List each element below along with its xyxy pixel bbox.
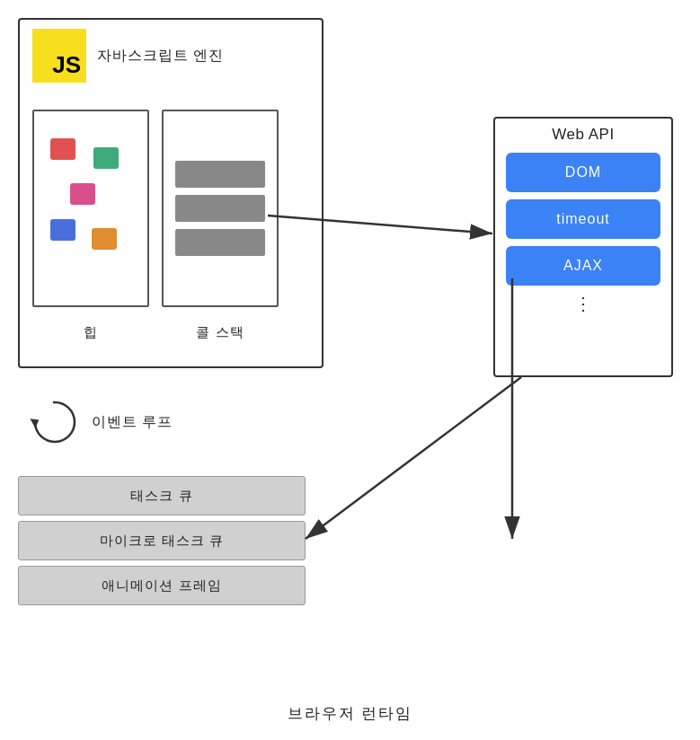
heap-box	[32, 110, 149, 307]
heap-label: 힙	[84, 324, 98, 341]
web-api-title: Web API	[495, 119, 671, 153]
bottom-label: 브라우저 런타임	[288, 703, 413, 724]
heap-square-blue	[50, 219, 75, 241]
svg-line-4	[306, 377, 521, 539]
api-item-dom: DOM	[506, 153, 660, 192]
api-item-timeout: timeout	[506, 199, 660, 239]
event-loop-area: 이벤트 루프	[27, 395, 173, 449]
heap-square-pink	[70, 183, 95, 205]
heap-square-red	[50, 138, 75, 160]
web-api-box: Web API DOM timeout AJAX ⋮	[493, 117, 673, 377]
api-item-ajax: AJAX	[506, 246, 660, 286]
engine-label: 자바스크립트 엔진	[97, 47, 224, 66]
js-engine-header: JS 자바스크립트 엔진	[20, 20, 322, 92]
queue-container: 태스크 큐 마이크로 태스크 큐 애니메이션 프레임	[18, 476, 306, 605]
microtask-queue: 마이크로 태스크 큐	[18, 521, 306, 560]
js-logo-text: JS	[52, 51, 81, 79]
engine-inner: 힙 콜 스택	[20, 101, 322, 325]
stack-item-1	[175, 161, 265, 188]
event-loop-label: 이벤트 루프	[92, 413, 173, 432]
heap-squares	[43, 129, 142, 291]
js-logo: JS	[32, 29, 86, 83]
stack-item-3	[175, 229, 265, 256]
js-engine-box: JS 자바스크립트 엔진 힙	[18, 18, 323, 368]
svg-marker-0	[30, 415, 41, 427]
animation-frame-queue: 애니메이션 프레임	[18, 566, 306, 605]
heap-square-teal	[93, 147, 119, 169]
event-loop-icon	[27, 395, 81, 449]
heap-square-orange	[92, 228, 117, 250]
call-stack-box	[162, 110, 279, 307]
call-stack-label: 콜 스택	[196, 324, 244, 341]
stack-item-2	[175, 195, 265, 222]
diagram: JS 자바스크립트 엔진 힙	[0, 0, 700, 740]
api-dots: ⋮	[495, 293, 671, 314]
task-queue: 태스크 큐	[18, 476, 306, 515]
